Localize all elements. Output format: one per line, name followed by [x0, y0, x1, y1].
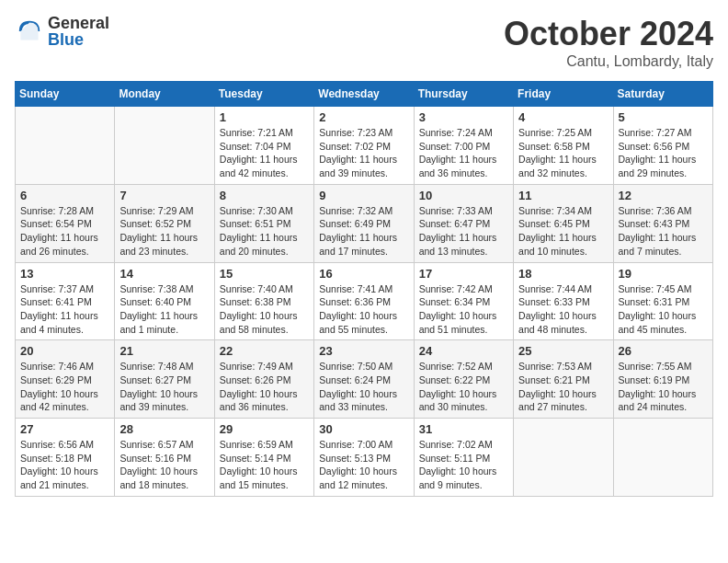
weekday-header: Monday — [115, 82, 214, 107]
logo-blue: Blue — [48, 31, 109, 48]
weekday-header: Sunday — [16, 82, 115, 107]
day-number: 7 — [119, 189, 209, 202]
day-number: 13 — [20, 267, 109, 281]
day-number: 12 — [619, 189, 708, 202]
calendar-week-row: 6Sunrise: 7:28 AM Sunset: 6:54 PM Daylig… — [16, 184, 713, 262]
day-number: 10 — [419, 189, 508, 202]
day-number: 31 — [419, 422, 508, 436]
page-header: General Blue October 2024 Cantu, Lombard… — [15, 15, 713, 70]
logo-text: General Blue — [48, 15, 109, 48]
day-number: 3 — [419, 110, 508, 124]
calendar-cell: 30Sunrise: 7:00 AM Sunset: 5:13 PM Dayli… — [314, 419, 414, 497]
month-title: October 2024 — [504, 15, 713, 53]
calendar-cell: 7Sunrise: 7:29 AM Sunset: 6:52 PM Daylig… — [115, 184, 214, 262]
day-info: Sunrise: 7:52 AM Sunset: 6:22 PM Dayligh… — [419, 360, 508, 414]
day-info: Sunrise: 7:23 AM Sunset: 7:02 PM Dayligh… — [319, 126, 408, 180]
day-number: 18 — [518, 267, 608, 281]
calendar-cell: 4Sunrise: 7:25 AM Sunset: 6:58 PM Daylig… — [514, 107, 613, 185]
calendar-cell — [115, 107, 214, 185]
logo: General Blue — [15, 15, 109, 48]
day-number: 27 — [20, 422, 109, 436]
day-info: Sunrise: 7:45 AM Sunset: 6:31 PM Dayligh… — [619, 282, 708, 337]
day-info: Sunrise: 7:02 AM Sunset: 5:11 PM Dayligh… — [419, 438, 508, 492]
calendar-week-row: 1Sunrise: 7:21 AM Sunset: 7:04 PM Daylig… — [16, 107, 713, 185]
day-info: Sunrise: 6:59 AM Sunset: 5:14 PM Dayligh… — [220, 438, 309, 492]
logo-icon — [15, 17, 44, 46]
day-info: Sunrise: 7:40 AM Sunset: 6:38 PM Dayligh… — [220, 282, 309, 337]
day-number: 28 — [119, 422, 209, 436]
calendar-cell: 17Sunrise: 7:42 AM Sunset: 6:34 PM Dayli… — [414, 262, 513, 340]
day-number: 24 — [419, 344, 508, 358]
calendar-cell: 23Sunrise: 7:50 AM Sunset: 6:24 PM Dayli… — [314, 340, 414, 419]
calendar-cell: 15Sunrise: 7:40 AM Sunset: 6:38 PM Dayli… — [214, 262, 313, 340]
calendar-cell: 8Sunrise: 7:30 AM Sunset: 6:51 PM Daylig… — [214, 184, 313, 262]
calendar-cell — [514, 419, 613, 497]
weekday-header-row: SundayMondayTuesdayWednesdayThursdayFrid… — [16, 82, 713, 107]
calendar-cell: 22Sunrise: 7:49 AM Sunset: 6:26 PM Dayli… — [214, 340, 313, 419]
day-number: 23 — [319, 344, 408, 358]
day-number: 8 — [220, 189, 309, 202]
day-number: 29 — [220, 422, 309, 436]
title-block: October 2024 Cantu, Lombardy, Italy — [504, 15, 713, 70]
day-info: Sunrise: 7:36 AM Sunset: 6:43 PM Dayligh… — [619, 204, 708, 259]
day-info: Sunrise: 7:32 AM Sunset: 6:49 PM Dayligh… — [319, 204, 408, 259]
day-number: 4 — [518, 110, 608, 124]
weekday-header: Friday — [514, 82, 613, 107]
day-number: 9 — [319, 189, 408, 202]
calendar-cell: 5Sunrise: 7:27 AM Sunset: 6:56 PM Daylig… — [613, 107, 712, 185]
calendar-cell: 27Sunrise: 6:56 AM Sunset: 5:18 PM Dayli… — [16, 419, 115, 497]
day-info: Sunrise: 7:50 AM Sunset: 6:24 PM Dayligh… — [319, 360, 408, 414]
day-number: 19 — [619, 267, 708, 281]
day-info: Sunrise: 7:53 AM Sunset: 6:21 PM Dayligh… — [518, 360, 608, 414]
day-info: Sunrise: 7:00 AM Sunset: 5:13 PM Dayligh… — [319, 438, 408, 492]
calendar-cell: 2Sunrise: 7:23 AM Sunset: 7:02 PM Daylig… — [314, 107, 414, 185]
weekday-header: Tuesday — [214, 82, 313, 107]
day-number: 5 — [619, 110, 708, 124]
calendar-week-row: 13Sunrise: 7:37 AM Sunset: 6:41 PM Dayli… — [16, 262, 713, 340]
day-info: Sunrise: 7:48 AM Sunset: 6:27 PM Dayligh… — [119, 360, 209, 414]
day-info: Sunrise: 7:33 AM Sunset: 6:47 PM Dayligh… — [419, 204, 508, 259]
day-info: Sunrise: 7:49 AM Sunset: 6:26 PM Dayligh… — [220, 360, 309, 414]
day-info: Sunrise: 7:42 AM Sunset: 6:34 PM Dayligh… — [419, 282, 508, 337]
calendar-cell: 14Sunrise: 7:38 AM Sunset: 6:40 PM Dayli… — [115, 262, 214, 340]
day-info: Sunrise: 7:37 AM Sunset: 6:41 PM Dayligh… — [20, 282, 109, 337]
day-number: 21 — [119, 344, 209, 358]
calendar-cell: 20Sunrise: 7:46 AM Sunset: 6:29 PM Dayli… — [16, 340, 115, 419]
calendar-week-row: 27Sunrise: 6:56 AM Sunset: 5:18 PM Dayli… — [16, 419, 713, 497]
day-info: Sunrise: 7:44 AM Sunset: 6:33 PM Dayligh… — [518, 282, 608, 337]
logo-general: General — [48, 15, 109, 31]
calendar-cell: 11Sunrise: 7:34 AM Sunset: 6:45 PM Dayli… — [514, 184, 613, 262]
calendar-cell: 13Sunrise: 7:37 AM Sunset: 6:41 PM Dayli… — [16, 262, 115, 340]
calendar-cell — [613, 419, 712, 497]
day-info: Sunrise: 7:38 AM Sunset: 6:40 PM Dayligh… — [119, 282, 209, 337]
day-number: 11 — [518, 189, 608, 202]
calendar-cell: 31Sunrise: 7:02 AM Sunset: 5:11 PM Dayli… — [414, 419, 513, 497]
calendar-cell: 29Sunrise: 6:59 AM Sunset: 5:14 PM Dayli… — [214, 419, 313, 497]
calendar-cell: 3Sunrise: 7:24 AM Sunset: 7:00 PM Daylig… — [414, 107, 513, 185]
day-info: Sunrise: 7:24 AM Sunset: 7:00 PM Dayligh… — [419, 126, 508, 180]
day-info: Sunrise: 7:29 AM Sunset: 6:52 PM Dayligh… — [119, 204, 209, 259]
weekday-header: Wednesday — [314, 82, 414, 107]
day-info: Sunrise: 7:55 AM Sunset: 6:19 PM Dayligh… — [619, 360, 708, 414]
day-number: 2 — [319, 110, 408, 124]
calendar-cell: 1Sunrise: 7:21 AM Sunset: 7:04 PM Daylig… — [214, 107, 313, 185]
day-number: 17 — [419, 267, 508, 281]
calendar-cell: 26Sunrise: 7:55 AM Sunset: 6:19 PM Dayli… — [613, 340, 712, 419]
calendar-table: SundayMondayTuesdayWednesdayThursdayFrid… — [15, 81, 713, 497]
calendar-cell: 25Sunrise: 7:53 AM Sunset: 6:21 PM Dayli… — [514, 340, 613, 419]
calendar-cell: 21Sunrise: 7:48 AM Sunset: 6:27 PM Dayli… — [115, 340, 214, 419]
calendar-cell — [16, 107, 115, 185]
day-info: Sunrise: 6:57 AM Sunset: 5:16 PM Dayligh… — [119, 438, 209, 492]
calendar-cell: 24Sunrise: 7:52 AM Sunset: 6:22 PM Dayli… — [414, 340, 513, 419]
weekday-header: Thursday — [414, 82, 513, 107]
day-number: 22 — [220, 344, 309, 358]
day-info: Sunrise: 7:25 AM Sunset: 6:58 PM Dayligh… — [518, 126, 608, 180]
day-info: Sunrise: 7:41 AM Sunset: 6:36 PM Dayligh… — [319, 282, 408, 337]
day-number: 14 — [119, 267, 209, 281]
weekday-header: Saturday — [613, 82, 712, 107]
calendar-cell: 9Sunrise: 7:32 AM Sunset: 6:49 PM Daylig… — [314, 184, 414, 262]
calendar-cell: 16Sunrise: 7:41 AM Sunset: 6:36 PM Dayli… — [314, 262, 414, 340]
day-info: Sunrise: 7:30 AM Sunset: 6:51 PM Dayligh… — [220, 204, 309, 259]
day-number: 26 — [619, 344, 708, 358]
day-info: Sunrise: 6:56 AM Sunset: 5:18 PM Dayligh… — [20, 438, 109, 492]
